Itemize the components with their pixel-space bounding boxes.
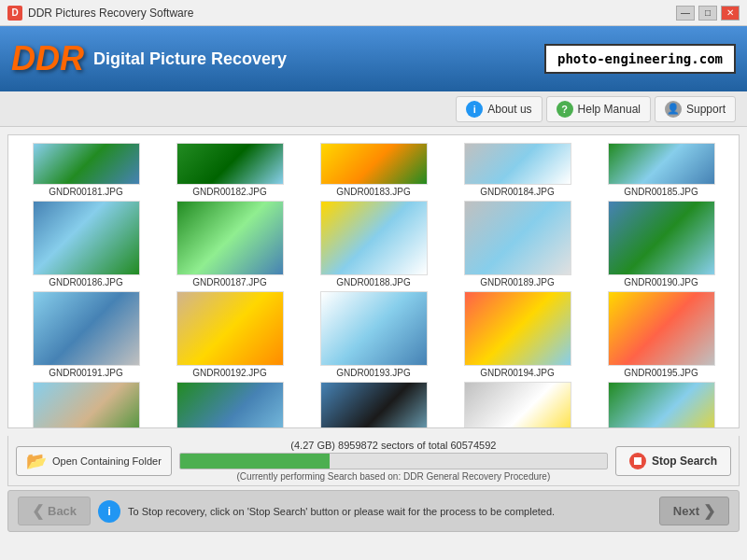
photo-item[interactable]: GNDR00186.JPG (16, 201, 156, 287)
window-title: DDR Pictures Recovery Software (28, 7, 676, 20)
photo-item[interactable]: GNDR00191.JPG (16, 291, 156, 378)
folder-label: Open Containing Folder (52, 455, 162, 467)
photo-label: GNDR00182.JPG (192, 187, 266, 197)
photo-item[interactable]: GNDR00193.JPG (303, 291, 444, 378)
about-button[interactable]: i About us (456, 96, 542, 122)
help-label: Help Manual (578, 103, 641, 116)
info-icon: i (466, 101, 483, 118)
support-icon: 👤 (665, 101, 682, 118)
photo-item[interactable]: GNDR00195.JPG (591, 291, 731, 378)
photo-label: GNDR00184.JPG (480, 187, 554, 197)
stop-square (634, 457, 641, 465)
app-icon: D (7, 6, 22, 21)
photo-item[interactable]: GNDR00198.JPG (303, 382, 444, 427)
progress-subtext: (Currently performing Search based on: D… (237, 471, 551, 482)
photo-grid-scroll[interactable]: GNDR00181.JPGGNDR00182.JPGGNDR00183.JPGG… (8, 135, 739, 427)
domain-badge: photo-engineering.com (544, 44, 736, 74)
photo-item[interactable]: GNDR00192.JPG (160, 291, 300, 378)
photo-label: GNDR00194.JPG (480, 368, 554, 378)
photo-item[interactable]: GNDR00185.JPG (591, 143, 731, 197)
photo-label: GNDR00188.JPG (336, 277, 410, 287)
progress-bar-fill (180, 454, 330, 469)
photo-label: GNDR00189.JPG (480, 277, 554, 287)
photo-label: GNDR00185.JPG (624, 187, 698, 197)
photo-item[interactable]: GNDR00187.JPG (160, 201, 300, 287)
photo-item[interactable]: GNDR00200.JPG (591, 382, 731, 427)
support-button[interactable]: 👤 Support (655, 96, 736, 122)
toolbar: i About us ? Help Manual 👤 Support (0, 91, 747, 127)
photo-item[interactable]: GNDR00190.JPG (591, 201, 731, 287)
progress-area: (4.27 GB) 8959872 sectors of total 60574… (179, 440, 608, 482)
photo-item[interactable]: GNDR00194.JPG (447, 291, 587, 378)
help-button[interactable]: ? Help Manual (546, 96, 651, 122)
next-arrow-icon: ❯ (703, 502, 715, 520)
photo-item[interactable]: GNDR00183.JPG (303, 143, 444, 197)
ddr-logo: DDR (11, 39, 84, 78)
photo-grid-container: GNDR00181.JPGGNDR00182.JPGGNDR00183.JPGG… (7, 134, 740, 428)
about-label: About us (487, 103, 531, 116)
photo-label: GNDR00195.JPG (624, 368, 698, 378)
photo-item[interactable]: GNDR00184.JPG (447, 143, 587, 197)
stop-icon (629, 453, 646, 469)
app-header: DDR Digital Picture Recovery photo-engin… (0, 26, 747, 91)
progress-bar-background (179, 453, 608, 469)
photo-item[interactable]: GNDR00181.JPG (16, 143, 156, 197)
back-arrow-icon: ❮ (32, 502, 44, 520)
photo-label: GNDR00190.JPG (624, 277, 698, 287)
bottom-bar: ❮ Back i To Stop recovery, click on 'Sto… (7, 490, 740, 532)
progress-text: (4.27 GB) 8959872 sectors of total 60574… (290, 440, 496, 451)
window-controls: — □ ✕ (676, 6, 740, 21)
photo-label: GNDR00193.JPG (336, 368, 410, 378)
photo-label: GNDR00191.JPG (49, 368, 122, 378)
bottom-info-text: To Stop recovery, click on 'Stop Search'… (128, 506, 652, 517)
maximize-button[interactable]: □ (698, 6, 717, 21)
stop-label: Stop Search (652, 455, 717, 468)
stop-search-button[interactable]: Stop Search (615, 446, 731, 476)
photo-grid: GNDR00181.JPGGNDR00182.JPGGNDR00183.JPGG… (16, 143, 731, 427)
app-title: Digital Picture Recovery (93, 49, 544, 69)
photo-item[interactable]: GNDR00199.JPG (447, 382, 587, 427)
photo-label: GNDR00181.JPG (49, 187, 122, 197)
photo-item[interactable]: GNDR00196.JPG (16, 382, 156, 427)
folder-icon: 📂 (26, 451, 47, 471)
photo-item[interactable]: GNDR00197.JPG (160, 382, 300, 427)
help-icon: ? (557, 101, 573, 118)
next-label: Next (673, 504, 699, 518)
photo-item[interactable]: GNDR00189.JPG (447, 201, 587, 287)
status-bar: 📂 Open Containing Folder (4.27 GB) 89598… (7, 436, 740, 486)
photo-label: GNDR00183.JPG (336, 187, 410, 197)
photo-label: GNDR00192.JPG (192, 368, 266, 378)
open-folder-button[interactable]: 📂 Open Containing Folder (16, 446, 172, 476)
photo-item[interactable]: GNDR00182.JPG (160, 143, 300, 197)
info-circle-icon: i (98, 500, 120, 523)
photo-label: GNDR00187.JPG (192, 277, 266, 287)
photo-item[interactable]: GNDR00188.JPG (303, 201, 444, 287)
next-button[interactable]: Next ❯ (659, 497, 729, 525)
titlebar: D DDR Pictures Recovery Software — □ ✕ (0, 0, 747, 26)
minimize-button[interactable]: — (676, 6, 695, 21)
back-button[interactable]: ❮ Back (18, 497, 91, 525)
close-button[interactable]: ✕ (721, 6, 740, 21)
back-label: Back (48, 504, 77, 518)
photo-label: GNDR00186.JPG (49, 277, 122, 287)
support-label: Support (686, 103, 726, 116)
